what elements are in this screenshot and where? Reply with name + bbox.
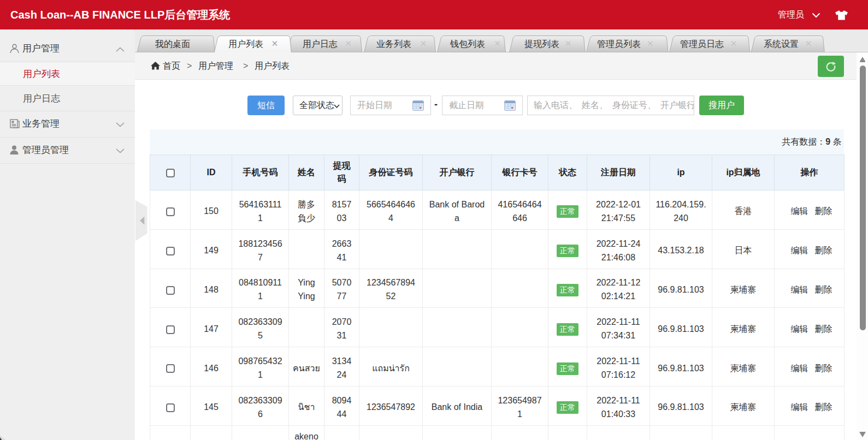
svg-text:用户列表: 用户列表 bbox=[228, 39, 263, 49]
svg-text:✕: ✕ bbox=[565, 39, 572, 48]
svg-text:提现列表: 提现列表 bbox=[524, 39, 559, 49]
svg-text:✕: ✕ bbox=[271, 39, 279, 48]
svg-text:管理员列表: 管理员列表 bbox=[597, 39, 641, 49]
svg-text:✕: ✕ bbox=[647, 39, 654, 48]
svg-text:系统设置: 系统设置 bbox=[764, 39, 799, 49]
svg-text:用户日志: 用户日志 bbox=[303, 39, 338, 49]
svg-text:业务列表: 业务列表 bbox=[376, 39, 411, 49]
svg-text:✕: ✕ bbox=[730, 39, 737, 48]
svg-text:钱包列表: 钱包列表 bbox=[450, 39, 485, 49]
svg-text:✕: ✕ bbox=[420, 39, 427, 48]
svg-text:✕: ✕ bbox=[345, 39, 352, 48]
svg-text:✕: ✕ bbox=[805, 39, 812, 48]
svg-text:我的桌面: 我的桌面 bbox=[155, 39, 190, 49]
svg-text:管理员日志: 管理员日志 bbox=[680, 39, 724, 49]
svg-text:✕: ✕ bbox=[494, 39, 501, 48]
